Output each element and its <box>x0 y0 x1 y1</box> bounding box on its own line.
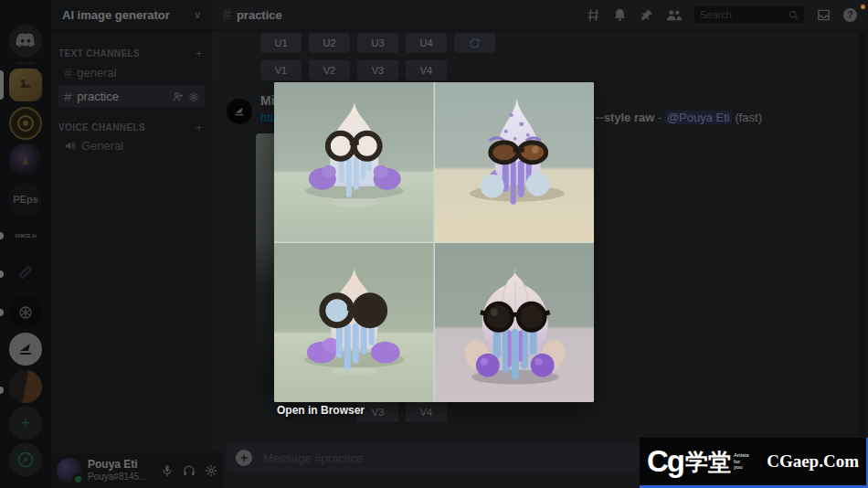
watermark-site: CGaep.Com <box>767 451 859 472</box>
watermark-cg-logo: Cg <box>647 444 683 479</box>
open-in-browser-link[interactable]: Open in Browser <box>277 404 365 417</box>
generated-image-1 <box>274 82 434 242</box>
generated-image-3 <box>274 243 434 403</box>
generated-image-4 <box>435 243 595 403</box>
watermark-tagline: Artists for you <box>734 452 748 472</box>
watermark-cn-text: 学堂 <box>685 447 731 477</box>
watermark: Cg 学堂 Artists for you CGaep.Com <box>640 438 868 488</box>
generated-image-2 <box>435 82 595 242</box>
recording-indicator-dot <box>861 5 865 9</box>
enlarged-image-grid[interactable] <box>274 82 594 402</box>
